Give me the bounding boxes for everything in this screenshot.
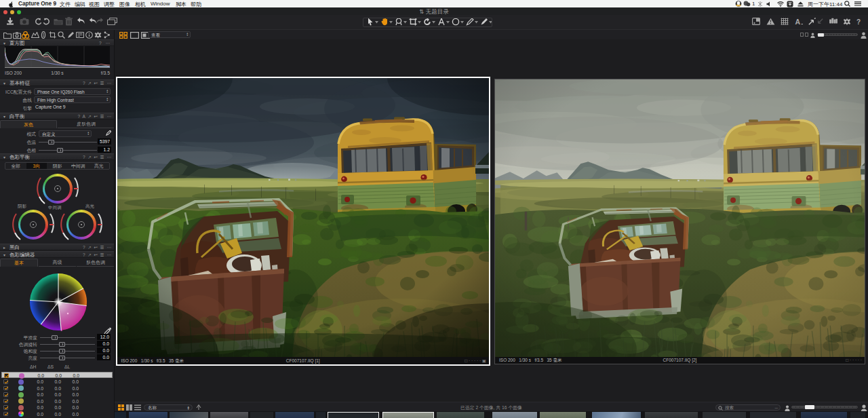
svg-text:A: A	[795, 18, 801, 25]
